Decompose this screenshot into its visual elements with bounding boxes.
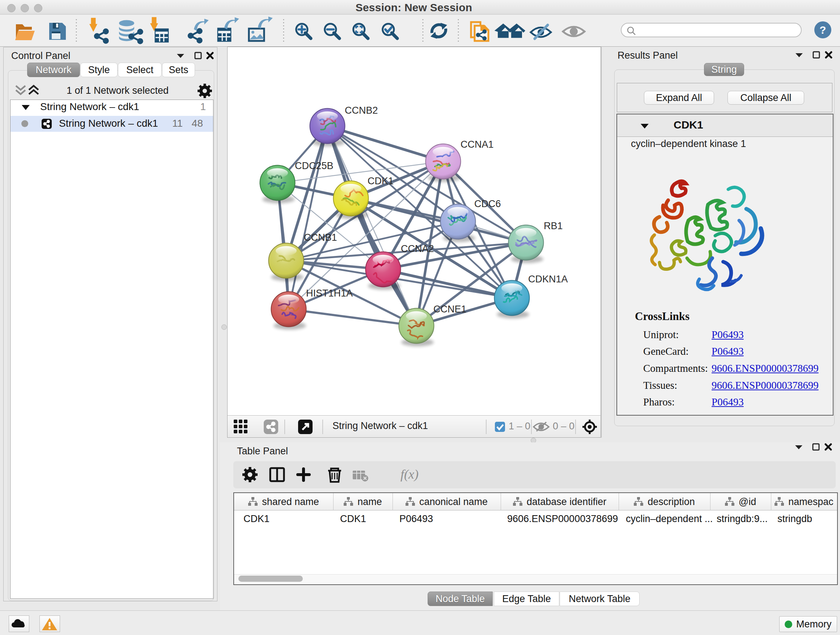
svg-text:RB1: RB1 <box>544 220 563 231</box>
svg-text:CDC25B: CDC25B <box>295 160 333 171</box>
svg-text:CCNA1: CCNA1 <box>461 139 494 150</box>
svg-text:CDK1: CDK1 <box>368 176 393 187</box>
svg-text:CCNB1: CCNB1 <box>304 232 337 243</box>
svg-text:CCNB2: CCNB2 <box>345 105 378 116</box>
svg-text:CDKN1A: CDKN1A <box>528 274 568 285</box>
svg-text:CCNE1: CCNE1 <box>433 304 467 315</box>
svg-text:f(x): f(x) <box>401 467 418 481</box>
svg-text:CDC6: CDC6 <box>474 198 501 209</box>
svg-text:HIST1H1A: HIST1H1A <box>306 288 353 299</box>
svg-text:CCNA2: CCNA2 <box>401 243 434 254</box>
